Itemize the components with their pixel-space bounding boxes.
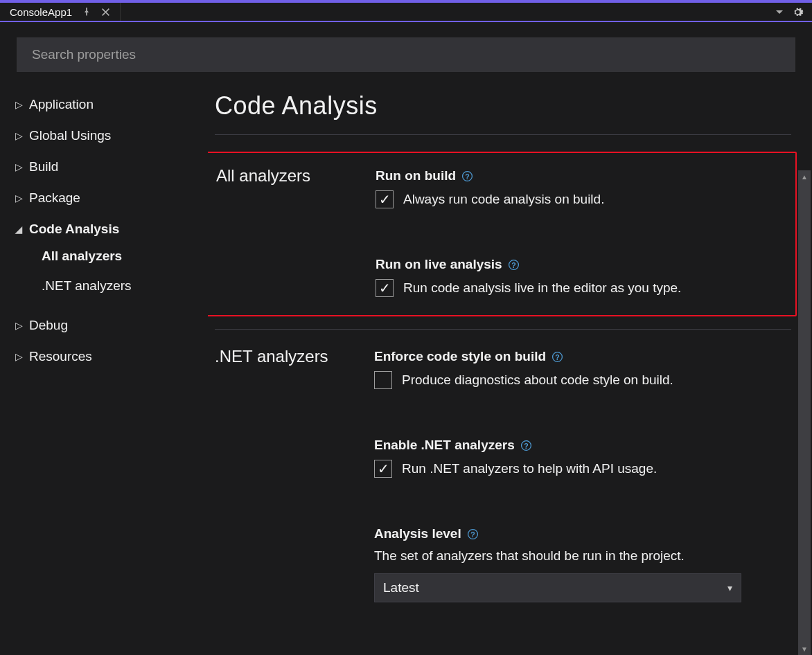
divider (215, 134, 791, 135)
field-analysis-level: Analysis level ? The set of analyzers th… (374, 526, 791, 602)
subnav-item-net-analyzers[interactable]: .NET analyzers (15, 271, 193, 300)
field-enforce-style: Enforce code style on build ? Produce di… (374, 349, 791, 389)
checkbox-label: Run code analysis live in the editor as … (403, 280, 681, 296)
section-heading-all: All analyzers (216, 165, 355, 297)
document-tab[interactable]: ConsoleApp1 (0, 3, 121, 21)
label-analysis-level: Analysis level (374, 526, 461, 541)
label-run-on-live: Run on live analysis (376, 257, 502, 272)
subnav-item-all-analyzers[interactable]: All analyzers (15, 241, 193, 271)
chevron-right-icon (15, 100, 22, 109)
search-input[interactable] (17, 37, 795, 72)
nav-item-global-usings[interactable]: Global Usings (15, 129, 193, 142)
svg-text:?: ? (470, 530, 475, 538)
checkbox-label: Run .NET analyzers to help with API usag… (402, 461, 657, 476)
field-run-on-live: Run on live analysis ? Run code analysis… (376, 257, 786, 297)
svg-text:?: ? (555, 352, 559, 361)
svg-text:?: ? (465, 172, 469, 180)
page-title: Code Analysis (215, 91, 791, 120)
gear-icon[interactable] (792, 6, 804, 18)
svg-text:?: ? (511, 260, 515, 269)
pin-icon[interactable] (82, 7, 91, 17)
chevron-right-icon (15, 162, 22, 172)
help-icon[interactable]: ? (508, 259, 520, 271)
chevron-right-icon (15, 321, 22, 330)
scroll-down-icon[interactable]: ▼ (798, 643, 811, 655)
section-heading-net: .NET analyzers (215, 346, 353, 602)
nav-item-code-analysis[interactable]: Code Analysis (15, 222, 193, 235)
close-icon[interactable] (101, 8, 110, 17)
help-icon[interactable]: ? (551, 351, 563, 363)
nav-item-build[interactable]: Build (15, 160, 193, 173)
field-enable-net: Enable .NET analyzers ? Run .NET analyze… (374, 438, 791, 478)
chevron-right-icon (15, 193, 22, 203)
checkbox-run-on-live[interactable] (376, 279, 394, 297)
select-value: Latest (383, 580, 419, 595)
help-icon[interactable]: ? (461, 170, 473, 182)
chevron-right-icon (15, 352, 22, 361)
checkbox-run-on-build[interactable] (376, 190, 394, 208)
scroll-up-icon[interactable]: ▲ (798, 170, 811, 183)
label-enforce-style: Enforce code style on build (374, 349, 546, 364)
checkbox-label: Produce diagnostics about code style on … (402, 373, 673, 388)
analysis-level-select[interactable]: Latest ▾ (374, 573, 741, 602)
tab-title: ConsoleApp1 (10, 6, 72, 18)
nav-item-debug[interactable]: Debug (15, 318, 193, 332)
field-run-on-build: Run on build ? Always run code analysis … (376, 168, 786, 208)
properties-nav: Application Global Usings Build Package … (0, 79, 208, 655)
section-net-analyzers: .NET analyzers Enforce code style on bui… (215, 346, 791, 602)
properties-content: Code Analysis All analyzers Run on build… (208, 79, 812, 655)
nav-item-application[interactable]: Application (15, 98, 193, 111)
titlebar: ConsoleApp1 (0, 0, 812, 21)
checkbox-label: Always run code analysis on build. (403, 192, 604, 207)
scrollbar-track[interactable]: ▲ ▼ (798, 170, 811, 655)
label-enable-net: Enable .NET analyzers (374, 438, 515, 453)
nav-item-resources[interactable]: Resources (15, 350, 193, 363)
label-run-on-build: Run on build (376, 168, 456, 183)
checkbox-enforce-style[interactable] (374, 371, 392, 389)
checkbox-enable-net[interactable] (374, 460, 392, 478)
analysis-level-desc: The set of analyzers that should be run … (374, 548, 791, 564)
divider (215, 329, 791, 330)
chevron-down-icon (15, 224, 22, 234)
section-all-analyzers: All analyzers Run on build ? Always run … (208, 152, 797, 316)
svg-text:?: ? (524, 441, 528, 449)
chevron-right-icon (15, 131, 22, 141)
chevron-down-icon: ▾ (727, 582, 732, 593)
dropdown-icon[interactable] (775, 8, 784, 16)
help-icon[interactable]: ? (467, 528, 479, 540)
help-icon[interactable]: ? (520, 440, 532, 451)
nav-item-package[interactable]: Package (15, 191, 193, 204)
